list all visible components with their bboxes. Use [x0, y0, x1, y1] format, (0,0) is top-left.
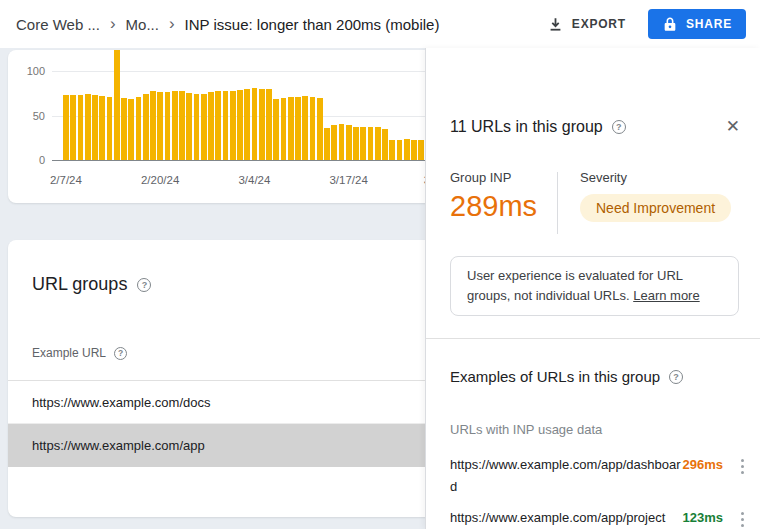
url-group-url: https://www.example.com/app — [32, 438, 205, 453]
breadcrumb-current-page: INP issue: longer than 200ms (mobile) — [185, 16, 440, 33]
chart-bar[interactable] — [136, 97, 142, 160]
panel-title-row: 11 URLs in this group ? — [450, 118, 626, 136]
share-label: SHARE — [686, 17, 732, 31]
column-header-label: Example URL — [32, 346, 106, 360]
divider — [557, 172, 558, 234]
chart-bar[interactable] — [266, 89, 272, 160]
close-icon[interactable]: ✕ — [726, 118, 740, 135]
chart-bar[interactable] — [143, 94, 149, 160]
chart-bar[interactable] — [339, 124, 345, 160]
chart-bar[interactable] — [157, 92, 163, 160]
chart-bar[interactable] — [70, 95, 76, 160]
export-button[interactable]: EXPORT — [543, 10, 630, 39]
share-button[interactable]: SHARE — [648, 9, 746, 39]
chart-bar[interactable] — [302, 96, 308, 160]
example-url-row: https://www.example.com/app/dashboard 29… — [450, 454, 746, 498]
breadcrumb-mobile[interactable]: Mo... — [126, 16, 159, 33]
chart-bar[interactable] — [237, 90, 243, 160]
group-details-panel: 11 URLs in this group ? ✕ Group INP 289m… — [425, 48, 760, 529]
chart-bar[interactable] — [85, 94, 91, 160]
breadcrumb: Core Web ... › Mo... › INP issue: longer… — [16, 16, 543, 33]
chart-bar[interactable] — [375, 127, 381, 160]
chart-bar[interactable] — [165, 92, 171, 160]
breadcrumb-core-web-vitals[interactable]: Core Web ... — [16, 16, 100, 33]
examples-title-row: Examples of URLs in this group ? — [450, 368, 683, 385]
chart-bar[interactable] — [208, 92, 214, 160]
group-inp-value: 289ms — [450, 190, 557, 223]
info-box: User experience is evaluated for URL gro… — [450, 256, 739, 316]
chart-bar[interactable] — [389, 140, 395, 160]
export-label: EXPORT — [572, 17, 626, 31]
url-groups-title: URL groups — [32, 274, 127, 295]
example-inp-value: 123ms — [683, 507, 723, 529]
chart-bar[interactable] — [128, 99, 134, 160]
x-axis-label: 3/17/24 — [329, 174, 367, 186]
chart-bar[interactable] — [63, 95, 69, 160]
chart-bar[interactable] — [317, 98, 323, 160]
example-inp-value: 296ms — [683, 454, 723, 476]
help-icon[interactable]: ? — [612, 120, 626, 134]
chart-bar[interactable] — [382, 129, 388, 160]
x-axis-label: 2/7/24 — [50, 174, 82, 186]
example-url[interactable]: https://www.example.com/app/project — [450, 507, 682, 529]
chart-bar[interactable] — [310, 97, 316, 160]
chart-bar[interactable] — [92, 95, 98, 160]
chart-bar[interactable] — [331, 125, 337, 160]
chart-bar[interactable] — [194, 94, 200, 160]
examples-title: Examples of URLs in this group — [450, 368, 660, 385]
top-bar: Core Web ... › Mo... › INP issue: longer… — [0, 0, 760, 48]
chart-bar[interactable] — [288, 97, 294, 160]
example-url-row: https://www.example.com/app/project 123m… — [450, 507, 746, 529]
help-icon[interactable]: ? — [114, 347, 127, 360]
chart-bar[interactable] — [172, 91, 178, 160]
chart-bar[interactable] — [404, 139, 410, 160]
learn-more-link[interactable]: Learn more — [633, 288, 699, 303]
chart-bar[interactable] — [244, 89, 250, 160]
chart-bar[interactable] — [230, 91, 236, 160]
chart-bar[interactable] — [201, 94, 207, 160]
chart-bar[interactable] — [259, 89, 265, 160]
chart-bar[interactable] — [99, 96, 105, 160]
page: Core Web ... › Mo... › INP issue: longer… — [0, 0, 760, 529]
lock-icon — [662, 16, 678, 32]
chart-bar[interactable] — [186, 93, 192, 160]
chart-bar[interactable] — [179, 91, 185, 160]
chart-bar[interactable] — [107, 97, 113, 160]
chart-bar[interactable] — [346, 125, 352, 160]
chart-bar[interactable] — [215, 91, 221, 160]
chart-bar[interactable] — [368, 127, 374, 160]
chart-bar[interactable] — [418, 140, 424, 160]
chevron-right-icon: › — [110, 15, 116, 32]
chart-bar[interactable] — [411, 140, 417, 160]
divider — [426, 338, 760, 339]
chart-bar[interactable] — [223, 91, 229, 160]
chart-bar[interactable] — [273, 99, 279, 160]
group-stats: Group INP 289ms Severity Need Improvemen… — [450, 170, 744, 234]
chart-bar[interactable] — [150, 91, 156, 160]
chart-bar[interactable] — [397, 140, 403, 160]
chart-bar[interactable] — [353, 127, 359, 160]
example-url[interactable]: https://www.example.com/app/dashboard — [450, 454, 682, 498]
x-axis-label: 2/20/24 — [141, 174, 179, 186]
help-icon[interactable]: ? — [137, 278, 151, 292]
chart-bar[interactable] — [281, 98, 287, 160]
url-groups-title-row: URL groups ? — [32, 274, 151, 295]
chart-bar[interactable] — [252, 88, 258, 160]
chart-bar[interactable] — [121, 98, 127, 160]
severity-badge: Need Improvement — [580, 194, 731, 222]
chart-bar[interactable] — [114, 50, 120, 160]
group-inp-label: Group INP — [450, 170, 557, 185]
chart-bar[interactable] — [295, 97, 301, 160]
severity-label: Severity — [580, 170, 731, 185]
help-icon[interactable]: ? — [669, 370, 683, 384]
chart-bar[interactable] — [78, 95, 84, 160]
chart-bar[interactable] — [360, 127, 366, 160]
more-options-icon[interactable] — [739, 510, 746, 529]
group-inp-stat: Group INP 289ms — [450, 170, 557, 234]
more-options-icon[interactable] — [739, 457, 746, 476]
chart-bar[interactable] — [324, 128, 330, 160]
example-url-column-header: Example URL ? — [32, 346, 127, 360]
examples-subtitle: URLs with INP usage data — [450, 422, 602, 437]
header-actions: EXPORT SHARE — [543, 9, 746, 39]
x-axis-label: 3/4/24 — [238, 174, 270, 186]
